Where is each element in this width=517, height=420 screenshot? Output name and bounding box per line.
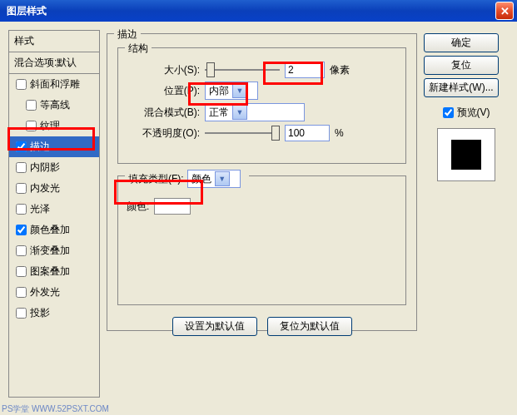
position-select[interactable]: 内部 ▼ (205, 82, 258, 100)
chevron-down-icon: ▼ (232, 105, 247, 120)
ok-button[interactable]: 确定 (424, 33, 499, 52)
preview-box (437, 128, 495, 181)
opacity-label: 不透明度(O): (127, 126, 200, 141)
size-slider[interactable] (205, 64, 280, 76)
opacity-unit: % (335, 127, 344, 139)
preview-swatch (451, 140, 481, 170)
row-position: 位置(P): 内部 ▼ (127, 82, 397, 100)
style-item[interactable]: 内阴影 (9, 157, 99, 178)
style-checkbox[interactable] (16, 79, 27, 90)
style-checkbox[interactable] (16, 245, 27, 256)
styles-list: 斜面和浮雕等高线纹理描边内阴影内发光光泽颜色叠加渐变叠加图案叠加外发光投影 (9, 74, 99, 324)
filltype-label: 填充类型(F): (128, 172, 184, 186)
size-unit: 像素 (330, 63, 350, 77)
position-label: 位置(P): (127, 84, 200, 98)
row-opacity: 不透明度(O): 100 % (127, 125, 397, 141)
style-checkbox[interactable] (16, 162, 27, 173)
filltype-value: 颜色 (191, 172, 211, 186)
preview-row: 预览(V) (424, 106, 509, 120)
style-item[interactable]: 外发光 (9, 282, 99, 303)
blendmode-label: 混合模式(B): (127, 106, 200, 120)
style-item[interactable]: 纹理 (9, 116, 99, 136)
style-item[interactable]: 内发光 (9, 178, 99, 199)
style-checkbox[interactable] (16, 141, 27, 152)
titlebar: 图层样式 ✕ (0, 0, 517, 22)
style-checkbox[interactable] (16, 183, 27, 194)
style-item-label: 内发光 (30, 181, 60, 195)
styles-panel: 样式 混合选项:默认 斜面和浮雕等高线纹理描边内阴影内发光光泽颜色叠加渐变叠加图… (8, 30, 100, 398)
preview-checkbox[interactable] (443, 107, 454, 118)
color-label: 颜色: (127, 200, 149, 214)
style-item-label: 外发光 (30, 285, 60, 299)
styles-header: 样式 (9, 31, 99, 52)
style-item-label: 图案叠加 (30, 264, 70, 279)
color-swatch[interactable] (154, 198, 191, 215)
structure-group: 结构 大小(S): 2 像素 位置(P): 内部 ▼ 混合模式(B): (117, 47, 406, 164)
style-item-label: 描边 (30, 140, 50, 154)
style-checkbox[interactable] (16, 266, 27, 277)
row-blendmode: 混合模式(B): 正常 ▼ (127, 103, 397, 121)
style-item[interactable]: 投影 (9, 303, 99, 324)
center-panel: 描边 结构 大小(S): 2 像素 位置(P): 内部 ▼ (105, 30, 424, 407)
style-item[interactable]: 描边 (9, 136, 99, 157)
row-color: 颜色: (127, 198, 397, 215)
blendmode-select[interactable]: 正常 ▼ (205, 103, 305, 121)
size-input[interactable]: 2 (285, 62, 325, 78)
style-item[interactable]: 颜色叠加 (9, 220, 99, 240)
opacity-input[interactable]: 100 (285, 125, 330, 141)
chevron-down-icon: ▼ (232, 83, 247, 98)
style-item[interactable]: 等高线 (9, 95, 99, 116)
structure-title: 结构 (125, 42, 152, 56)
style-item-label: 等高线 (40, 98, 70, 112)
close-icon: ✕ (500, 5, 510, 17)
style-item[interactable]: 斜面和浮雕 (9, 74, 99, 95)
preview-label: 预览(V) (457, 106, 490, 120)
set-default-button[interactable]: 设置为默认值 (172, 317, 257, 336)
style-item-label: 内阴影 (30, 161, 60, 175)
stroke-group: 描边 结构 大小(S): 2 像素 位置(P): 内部 ▼ (107, 33, 417, 331)
close-button[interactable]: ✕ (495, 2, 514, 20)
style-checkbox[interactable] (16, 225, 27, 235)
window-title: 图层样式 (7, 4, 47, 18)
chevron-down-icon: ▼ (215, 171, 230, 186)
style-item-label: 投影 (30, 306, 50, 320)
style-checkbox[interactable] (16, 308, 27, 319)
blendmode-value: 正常 (209, 106, 229, 120)
style-item-label: 颜色叠加 (30, 223, 70, 237)
style-item[interactable]: 渐变叠加 (9, 240, 99, 261)
reset-button[interactable]: 复位 (424, 56, 499, 75)
style-checkbox[interactable] (16, 204, 27, 215)
fill-group: 填充类型(F): 颜色 ▼ 颜色: (117, 175, 406, 305)
style-item-label: 渐变叠加 (30, 244, 70, 258)
style-item-label: 光泽 (30, 202, 50, 216)
style-item[interactable]: 光泽 (9, 199, 99, 220)
style-item[interactable]: 图案叠加 (9, 261, 99, 282)
watermark: PS学堂 WWW.52PSXT.COM (2, 403, 109, 415)
filltype-select[interactable]: 颜色 ▼ (187, 170, 241, 188)
blend-defaults[interactable]: 混合选项:默认 (9, 52, 99, 74)
position-value: 内部 (209, 84, 229, 98)
defaults-buttons: 设置为默认值 复位为默认值 (117, 317, 406, 336)
filltype-row: 填充类型(F): 颜色 ▼ (125, 170, 249, 188)
size-label: 大小(S): (127, 63, 200, 77)
style-checkbox[interactable] (26, 100, 37, 111)
style-checkbox[interactable] (16, 287, 27, 298)
style-item-label: 斜面和浮雕 (30, 77, 80, 91)
dialog-body: 样式 混合选项:默认 斜面和浮雕等高线纹理描边内阴影内发光光泽颜色叠加渐变叠加图… (0, 22, 517, 415)
row-size: 大小(S): 2 像素 (127, 62, 397, 78)
reset-default-button[interactable]: 复位为默认值 (267, 317, 352, 336)
stroke-group-title: 描边 (114, 27, 141, 42)
style-checkbox[interactable] (26, 121, 37, 131)
right-panel: 确定 复位 新建样式(W)... 预览(V) (424, 30, 509, 407)
opacity-slider[interactable] (205, 127, 280, 139)
style-item-label: 纹理 (40, 119, 60, 133)
new-style-button[interactable]: 新建样式(W)... (424, 78, 499, 97)
